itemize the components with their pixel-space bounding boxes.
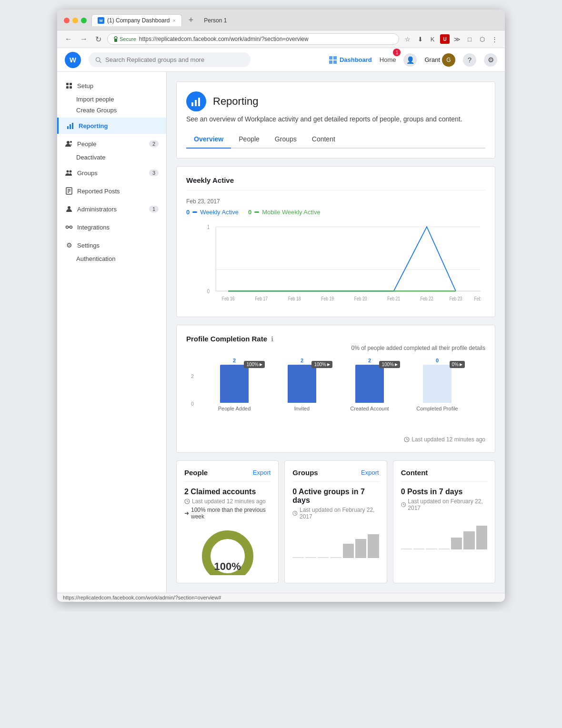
mini-bar	[292, 557, 303, 558]
sidebar-sub-authentication[interactable]: Authentication	[57, 253, 166, 264]
bar-group-people-added: 2 100%▶ People Added	[210, 358, 259, 411]
svg-text:Feb 22: Feb 22	[421, 296, 433, 301]
bar-container-completed: 0%▶	[423, 365, 452, 403]
groups-clock-icon	[292, 510, 298, 516]
svg-point-19	[66, 226, 69, 229]
mini-bar	[330, 557, 341, 558]
home-button[interactable]: Home 1	[380, 56, 396, 63]
bar-group-completed: 0 0%▶ Completed Profile	[413, 358, 462, 411]
window-controls	[64, 18, 87, 23]
reporting-header-icon	[186, 91, 206, 111]
back-button[interactable]: ←	[63, 34, 74, 44]
sidebar-item-groups[interactable]: Groups 3	[57, 165, 166, 181]
extension-icon2[interactable]: K	[428, 34, 437, 44]
reporting-label: Reporting	[79, 122, 108, 130]
tab-groups[interactable]: Groups	[267, 130, 304, 149]
bookmark-icon[interactable]: ☆	[403, 34, 412, 44]
reported-posts-icon	[65, 187, 73, 195]
people-updated: Last updated 12 minutes ago	[184, 498, 271, 505]
forward-button[interactable]: →	[78, 34, 90, 44]
svg-rect-6	[70, 86, 72, 89]
content-panel-title: Content	[401, 469, 428, 477]
administrators-section: Administrators 1	[57, 201, 166, 217]
mobile-legend-item: 0 Mobile Weekly Active	[248, 209, 321, 216]
new-tab-button[interactable]: +	[187, 15, 196, 25]
people-change: ➜ 100% more than the previous week	[184, 507, 271, 520]
groups-label: Groups	[77, 170, 98, 177]
sidebar-item-setup[interactable]: Setup	[57, 78, 166, 94]
address-bar: ← → ↻ Secure https://replicatedcom.faceb…	[57, 30, 505, 48]
svg-rect-9	[72, 123, 73, 129]
sidebar-item-people[interactable]: People 2	[57, 136, 166, 152]
groups-export-link[interactable]: Export	[361, 469, 379, 476]
tab-overview[interactable]: Overview	[186, 130, 231, 149]
reload-button[interactable]: ↻	[93, 34, 103, 45]
groups-icon	[65, 169, 73, 177]
extension-icon1[interactable]: ⬇	[415, 34, 425, 44]
svg-rect-4	[70, 83, 72, 85]
menu-icon[interactable]: ⋮	[490, 34, 499, 44]
bar-tooltip-invited: 100%▶	[311, 361, 332, 368]
sidebar-item-reporting[interactable]: Reporting	[57, 118, 166, 134]
user-profile[interactable]: Grant G	[424, 53, 455, 67]
close-dot[interactable]	[64, 18, 70, 23]
bar-bg-completed	[423, 365, 452, 403]
extension-icon6[interactable]: ⬡	[477, 34, 487, 44]
bar-value-people: 2	[233, 358, 236, 363]
integrations-section: Integrations	[57, 219, 166, 235]
svg-point-11	[70, 141, 72, 143]
tab-content[interactable]: Content	[304, 130, 343, 149]
notification-badge: 1	[393, 49, 401, 56]
tab-close-button[interactable]: ×	[172, 18, 175, 23]
extension-icon5[interactable]: □	[465, 34, 474, 44]
sidebar-sub-import[interactable]: Import people	[57, 94, 166, 105]
tab-title: (1) Company Dashboard	[107, 17, 170, 24]
settings-label: Settings	[77, 242, 100, 249]
bar-label-invited: Invited	[294, 406, 310, 411]
settings-nav-icon[interactable]: ⚙	[484, 53, 497, 67]
minimize-dot[interactable]	[72, 18, 78, 23]
address-input[interactable]: Secure https://replicatedcom.facebook.co…	[107, 33, 399, 45]
svg-text:Feb 20: Feb 20	[354, 296, 367, 301]
integrations-label: Integrations	[77, 224, 110, 231]
tab-people[interactable]: People	[231, 130, 267, 149]
extension-icon3[interactable]: U	[440, 34, 450, 44]
extension-icon4[interactable]: ≫	[452, 34, 462, 44]
svg-rect-22	[191, 102, 193, 106]
svg-line-50	[295, 513, 296, 514]
search-input[interactable]	[105, 56, 244, 63]
bar-tooltip-completed: 0%▶	[450, 361, 465, 368]
chart-legend: 0 Weekly Active 0 Mobile Weekly Active	[186, 209, 485, 216]
people-export-link[interactable]: Export	[253, 469, 271, 476]
content-panel-header: Content	[401, 469, 487, 482]
reporting-title: Reporting	[213, 95, 258, 108]
mini-bar	[305, 557, 316, 558]
groups-panel: Groups Export 0 Active groups in 7 days …	[284, 460, 387, 583]
y-label-top: 2	[191, 373, 194, 379]
people-panel-title: People	[184, 469, 208, 477]
dashboard-icon	[329, 56, 337, 64]
svg-rect-0	[114, 39, 117, 42]
sidebar-sub-create-groups[interactable]: Create Groups	[57, 105, 166, 116]
mini-bar-taller	[355, 539, 366, 558]
weekly-active-card: Weekly Active Feb 23, 2017 0 Weekly Acti…	[176, 166, 495, 317]
help-icon[interactable]: ?	[463, 53, 476, 67]
mini-bar	[401, 548, 412, 549]
sidebar-sub-deactivate[interactable]: Deactivate	[57, 152, 166, 163]
dashboard-button[interactable]: Dashboard	[329, 56, 372, 64]
person-label: Person 1	[204, 17, 227, 24]
maximize-dot[interactable]	[81, 18, 87, 23]
sidebar-item-settings[interactable]: ⚙ Settings	[57, 237, 166, 253]
sidebar-item-reported-posts[interactable]: Reported Posts	[57, 183, 166, 199]
weekly-legend-item: 0 Weekly Active	[186, 209, 239, 216]
app-logo: w	[65, 52, 81, 68]
mini-bar-taller	[463, 531, 474, 549]
svg-point-10	[67, 141, 70, 144]
bar-tooltip-created: 100%▶	[379, 361, 400, 368]
profile-subtitle: 0% of people added completed all their p…	[186, 345, 485, 351]
sidebar-item-administrators[interactable]: Administrators 1	[57, 201, 166, 217]
settings-section: ⚙ Settings Authentication	[57, 237, 166, 264]
svg-line-53	[403, 505, 404, 505]
sidebar-item-integrations[interactable]: Integrations	[57, 219, 166, 235]
browser-tab[interactable]: w (1) Company Dashboard ×	[91, 14, 182, 26]
